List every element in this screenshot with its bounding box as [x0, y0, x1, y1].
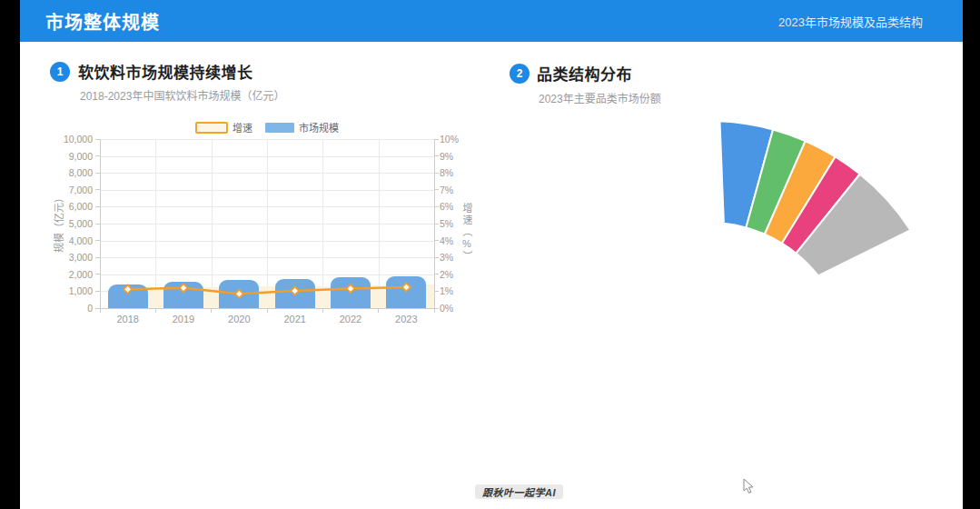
growth-line-canvas	[100, 139, 434, 308]
category-pie-chart	[563, 86, 963, 304]
right-tick	[434, 274, 439, 274]
watermark-badge: 跟秋叶一起学AI	[475, 484, 563, 499]
right-tick	[434, 308, 439, 309]
right-tick-label: 9%	[440, 151, 476, 162]
x-tick-label: 2022	[323, 314, 378, 324]
x-tick-label: 2023	[379, 314, 433, 324]
bar-plot	[100, 139, 434, 308]
slide-header: 市场整体规模 2023年市场规模及品类结构	[20, 0, 963, 42]
left-tick-label: 10,000	[53, 134, 93, 145]
legend-item-scale[interactable]: 市场规模	[265, 120, 339, 135]
section2-number: 2	[517, 67, 523, 80]
growth-line-marker-icon	[346, 284, 354, 293]
right-tick	[434, 291, 439, 292]
pie-canvas	[563, 86, 963, 304]
header-subtitle: 2023年市场规模及品类结构	[778, 13, 923, 30]
section1-subtitle: 2018-2023年中国软饮料市场规模（亿元）	[80, 87, 284, 103]
bottom-tick	[211, 308, 212, 313]
watermark-text: 跟秋叶一起学AI	[482, 484, 556, 499]
scale-swatch-icon	[265, 123, 294, 133]
growth-line-marker-icon	[291, 287, 299, 295]
bar-chart-legend: 增速 市场规模	[195, 120, 339, 135]
bottom-tick	[267, 308, 268, 313]
left-tick-label: 9,000	[53, 151, 93, 162]
x-tick-label: 2020	[212, 314, 266, 324]
bottom-tick	[434, 308, 435, 313]
legend-scale-label: 市场规模	[299, 120, 339, 135]
section2-number-badge: 2	[510, 64, 530, 84]
right-tick-label: 1%	[440, 285, 476, 296]
bottom-tick	[378, 308, 379, 313]
left-tick-label: 0	[53, 303, 93, 314]
right-tick-label: 2%	[440, 269, 476, 280]
section1-title: 软饮料市场规模持续增长	[78, 60, 253, 83]
bottom-axis-line	[100, 308, 434, 309]
growth-line-marker-icon	[235, 290, 243, 298]
right-tick	[434, 139, 439, 140]
x-tick-label: 2018	[101, 314, 155, 324]
left-tick-label: 1,000	[53, 285, 93, 296]
right-tick	[434, 240, 439, 241]
x-tick-label: 2021	[268, 314, 322, 324]
right-tick	[434, 257, 439, 258]
page-title: 市场整体规模	[45, 8, 160, 35]
x-tick-label: 2019	[156, 314, 211, 324]
legend-growth-label: 增速	[233, 120, 252, 135]
right-tick-label: 8%	[440, 167, 476, 178]
right-tick	[434, 206, 439, 207]
legend-item-growth[interactable]: 增速	[195, 120, 252, 135]
right-tick	[434, 224, 439, 225]
mouse-cursor-icon	[743, 478, 756, 494]
right-tick-label: 0%	[440, 303, 476, 314]
section1-number: 1	[57, 65, 64, 78]
bottom-tick	[322, 308, 323, 313]
growth-line-marker-icon	[179, 284, 187, 292]
right-tick	[434, 155, 439, 156]
growth-swatch-icon	[195, 122, 228, 134]
right-tick	[434, 173, 439, 174]
right-tick	[434, 189, 439, 190]
right-tick-label: 7%	[440, 185, 476, 195]
window-edge-left	[0, 0, 20, 509]
growth-line-marker-icon	[402, 283, 411, 291]
market-size-chart: 规模（亿元） 增速（%） 10,00010%9,0009%8,0008%7,00…	[100, 139, 434, 308]
right-axis-title: 增速（%）	[460, 203, 474, 263]
bottom-tick	[155, 308, 156, 313]
bottom-tick	[100, 308, 101, 313]
growth-line-marker-icon	[124, 285, 132, 294]
growth-line	[128, 287, 407, 294]
section2-title: 品类结构分布	[537, 62, 632, 85]
window-edge-right	[963, 0, 980, 509]
section1-number-badge: 1	[50, 62, 70, 82]
left-axis-title: 规模（亿元）	[51, 168, 65, 277]
right-tick-label: 10%	[440, 134, 476, 145]
